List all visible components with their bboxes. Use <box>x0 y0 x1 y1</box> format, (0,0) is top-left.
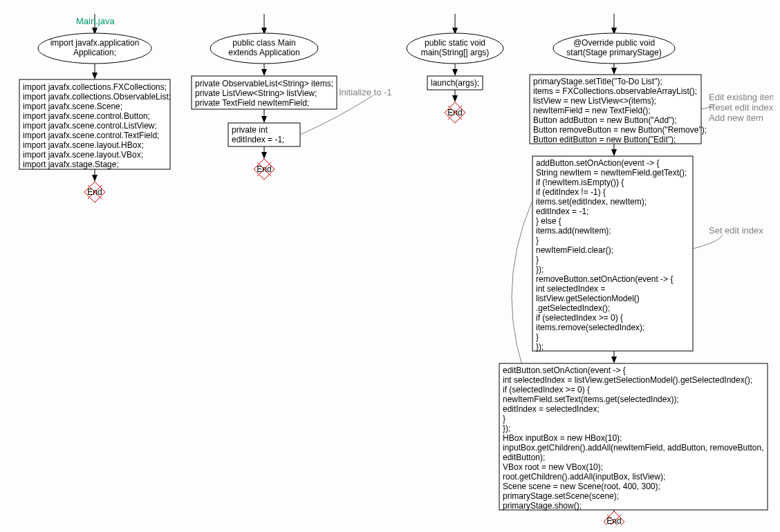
svg-text:extends Application: extends Application <box>228 48 299 57</box>
svg-marker-48 <box>452 95 458 102</box>
svg-text:import javafx.collections.Obse: import javafx.collections.ObservableList… <box>23 92 171 102</box>
svg-marker-89 <box>611 357 617 363</box>
svg-marker-31 <box>261 116 267 123</box>
svg-text:End: End <box>606 516 621 525</box>
svg-text:public static void: public static void <box>425 38 485 48</box>
svg-text:items.remove(selectedIndex);: items.remove(selectedIndex); <box>536 323 644 332</box>
col2-end: End <box>254 159 275 180</box>
svg-text:}: } <box>536 236 539 245</box>
svg-text:inputBox.getChildren().addAll(: inputBox.getChildren().addAll(newItemFie… <box>503 443 764 453</box>
svg-text:});: }); <box>503 424 510 433</box>
svg-text:if (!newItem.isEmpty()) {: if (!newItem.isEmpty()) { <box>536 178 624 187</box>
svg-text:private ObservableList<String>: private ObservableList<String> items; <box>195 79 333 88</box>
svg-text:String newItem = newItemField.: String newItem = newItemField.getText(); <box>536 168 687 178</box>
svg-marker-67 <box>611 149 617 156</box>
svg-marker-26 <box>261 69 267 76</box>
svg-text:editIndex = -1;: editIndex = -1; <box>232 135 284 144</box>
label-reset-edit: Reset edit index <box>709 102 773 113</box>
svg-text:import javafx.stage.Stage;: import javafx.stage.Stage; <box>23 160 119 169</box>
svg-text:int selectedIndex =: int selectedIndex = <box>536 284 605 294</box>
svg-text:if (editIndex != -1) {: if (editIndex != -1) { <box>536 187 606 197</box>
svg-text:private TextField newItemField: private TextField newItemField; <box>195 98 309 108</box>
label-initialize: Initialize to -1 <box>339 87 392 97</box>
svg-text:if (selectedIndex >= 0) {: if (selectedIndex >= 0) { <box>536 313 623 323</box>
svg-text:launch(args);: launch(args); <box>431 78 479 88</box>
svg-text:editIndex = selectedIndex;: editIndex = selectedIndex; <box>503 404 600 414</box>
svg-text:private int: private int <box>232 125 268 135</box>
svg-text:listView.getSelectionModel(): listView.getSelectionModel() <box>536 294 640 303</box>
svg-text:start(Stage primaryStage): start(Stage primaryStage) <box>566 48 661 57</box>
svg-text:Button addButton = new Button(: Button addButton = new Button("Add"); <box>533 115 677 125</box>
svg-text:});: }); <box>536 342 544 352</box>
svg-text:});: }); <box>536 265 544 274</box>
svg-text:int selectedIndex = listView.g: int selectedIndex = listView.getSelectio… <box>503 375 752 385</box>
svg-marker-5 <box>92 73 98 79</box>
svg-text:newItemField.clear();: newItemField.clear(); <box>536 245 613 255</box>
svg-text:End: End <box>87 187 102 197</box>
svg-text:Button editButton = new Button: Button editButton = new Button("Edit"); <box>533 135 676 144</box>
svg-text:main(String[] args): main(String[] args) <box>421 48 490 57</box>
svg-text:End: End <box>257 164 271 174</box>
svg-marker-16 <box>92 175 98 182</box>
svg-text:addButton.setOnAction(event ->: addButton.setOnAction(event -> { <box>536 158 659 168</box>
svg-text:private ListView<String> listV: private ListView<String> listView; <box>195 88 317 98</box>
svg-text:root.getChildren().addAll(inpu: root.getChildren().addAll(inputBox, list… <box>503 472 665 482</box>
label-add-new: Add new item <box>709 113 763 123</box>
svg-text:newItemField = new TextField(): newItemField = new TextField(); <box>533 106 651 115</box>
svg-text:VBox root = new VBox(10);: VBox root = new VBox(10); <box>503 462 603 472</box>
svg-text:items = FXCollections.observab: items = FXCollections.observableArrayLis… <box>533 86 697 96</box>
svg-text:Button removeButton = new Butt: Button removeButton = new Button("Remove… <box>533 125 707 135</box>
label-edit-existing: Edit existing item <box>709 92 773 102</box>
label-main-java: Main.java <box>76 16 115 26</box>
svg-text:import javafx.scene.control.Te: import javafx.scene.control.TextField; <box>23 131 159 140</box>
svg-text:import javafx.scene.control.Li: import javafx.scene.control.ListView; <box>23 121 157 131</box>
svg-text:Application;: Application; <box>73 48 116 57</box>
svg-text:@Override public void: @Override public void <box>573 38 655 48</box>
svg-text:removeButton.setOnAction(event: removeButton.setOnAction(event -> { <box>536 274 673 284</box>
svg-text:import javafx.scene.Scene;: import javafx.scene.Scene; <box>23 102 122 111</box>
svg-marker-58 <box>611 68 617 75</box>
svg-text:items.add(newItem);: items.add(newItem); <box>536 226 611 236</box>
svg-text:newItemField.setText(items.get: newItemField.setText(items.get(selectedI… <box>503 395 679 404</box>
svg-text:editButton.setOnAction(event -: editButton.setOnAction(event -> { <box>503 365 626 375</box>
svg-text:primaryStage.setTitle("To-Do L: primaryStage.setTitle("To-Do List"); <box>533 77 662 86</box>
svg-text:listView = new ListView<>(item: listView = new ListView<>(items); <box>533 96 656 106</box>
label-set-edit: Set edit index <box>709 225 763 236</box>
svg-text:.getSelectedIndex();: .getSelectedIndex(); <box>536 303 610 313</box>
svg-text:primaryStage.setScene(scene);: primaryStage.setScene(scene); <box>503 491 619 501</box>
col1-end: End <box>84 182 105 202</box>
svg-text:items.set(editIndex, newItem);: items.set(editIndex, newItem); <box>536 197 647 207</box>
svg-text:}: } <box>536 332 539 342</box>
svg-text:End: End <box>447 108 462 117</box>
svg-text:primaryStage.show();: primaryStage.show(); <box>503 501 582 511</box>
svg-text:if (selectedIndex >= 0) {: if (selectedIndex >= 0) { <box>503 385 590 395</box>
svg-text:import javafx.scene.control.Bu: import javafx.scene.control.Button; <box>23 111 150 121</box>
svg-text:Scene scene = new Scene(root, : Scene scene = new Scene(root, 400, 300); <box>503 482 660 491</box>
svg-text:import javafx.application: import javafx.application <box>50 38 140 48</box>
svg-text:HBox inputBox = new HBox(10);: HBox inputBox = new HBox(10); <box>503 433 622 443</box>
svg-text:}: } <box>503 414 505 424</box>
svg-text:editIndex = -1;: editIndex = -1; <box>536 207 588 216</box>
col3-end: End <box>445 102 465 123</box>
svg-text:public class Main: public class Main <box>232 38 295 48</box>
svg-text:import javafx.collections.FXCo: import javafx.collections.FXCollections; <box>23 82 167 92</box>
svg-text:import javafx.scene.layout.VBo: import javafx.scene.layout.VBox; <box>23 150 143 160</box>
col4-end: End <box>604 511 624 525</box>
svg-text:import javafx.scene.layout.HBo: import javafx.scene.layout.HBox; <box>23 140 144 150</box>
svg-marker-35 <box>261 152 267 159</box>
svg-marker-45 <box>452 69 458 76</box>
flowchart-diagram: Main.java import javafx.application Appl… <box>7 7 773 525</box>
svg-text:} else {: } else { <box>536 216 561 226</box>
svg-text:editButton);: editButton); <box>503 453 545 462</box>
svg-text:}: } <box>536 255 539 265</box>
